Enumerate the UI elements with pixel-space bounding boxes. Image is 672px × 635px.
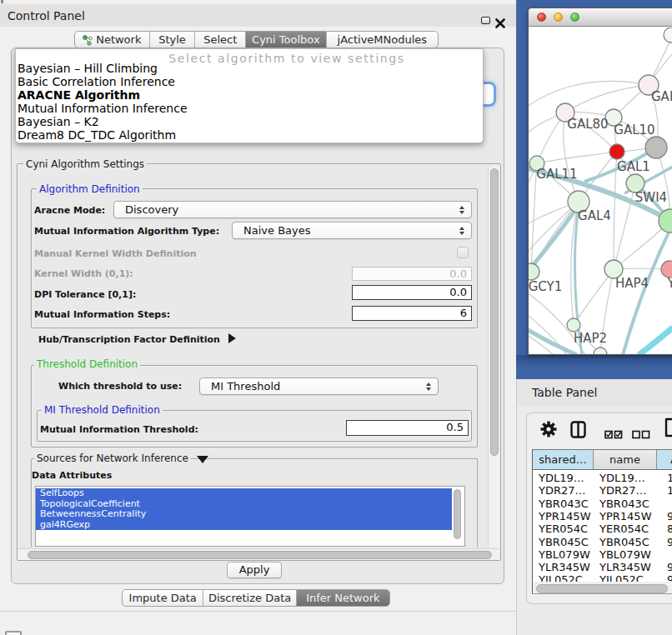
- minimized-panel-button[interactable]: [5, 631, 22, 635]
- table-cell: 9.: [667, 510, 672, 522]
- aracne-mode-select[interactable]: Discovery: [113, 201, 472, 218]
- mi-algorithm-type-select[interactable]: Naive Bayes: [232, 222, 472, 239]
- node-y-pink[interactable]: [661, 261, 672, 278]
- table-cell: YLR345W: [599, 561, 651, 573]
- network-edge[interactable]: [537, 152, 617, 163]
- attribute-item-selected[interactable]: BetweennessCentrality: [36, 509, 452, 520]
- bottom-tab-discretize-data[interactable]: Discretize Data: [203, 590, 296, 606]
- table-cell: 9.: [667, 561, 672, 573]
- network-canvas[interactable]: GALGAL80GAL10GAL1GAL11SWI4GAL4GCY1HAP4YH…: [529, 28, 672, 355]
- node-label-y: Y: [666, 276, 672, 291]
- node-gal1-red[interactable]: [609, 144, 624, 159]
- network-graph: GALGAL80GAL10GAL1GAL11SWI4GAL4GCY1HAP4YH…: [529, 28, 672, 355]
- table-hscroll-track[interactable]: [533, 582, 672, 594]
- algorithm-option-1[interactable]: Bayesian – Hill Climbing: [18, 62, 158, 75]
- column-header-a[interactable]: A: [657, 450, 672, 470]
- document-icon[interactable]: [664, 417, 672, 442]
- data-attributes-list[interactable]: SelfLoopsTopologicalCoefficientBetweenne…: [35, 486, 465, 547]
- column-header-shared-[interactable]: shared…: [533, 450, 594, 470]
- list-vertical-scrollbar[interactable]: [454, 489, 461, 539]
- unchecked-columns-icon[interactable]: [632, 427, 650, 442]
- arrow-down-icon: [426, 388, 431, 391]
- table-cell: YDR27…: [599, 484, 647, 497]
- collapse-arrow-icon[interactable]: [197, 456, 208, 463]
- column-header-name[interactable]: name: [594, 450, 657, 470]
- mi-steps-field[interactable]: 6: [352, 306, 472, 321]
- tab-style[interactable]: Style: [150, 32, 196, 48]
- apply-button[interactable]: Apply: [227, 562, 282, 578]
- algorithm-option-6[interactable]: Dream8 DC_TDC Algorithm: [18, 128, 176, 142]
- which-threshold-label: Which threshold to use:: [58, 381, 182, 392]
- node-hap2[interactable]: [567, 318, 580, 332]
- settings-hscroll-track[interactable]: [18, 548, 499, 560]
- arrow-up-icon: [459, 227, 464, 230]
- node-top-right[interactable]: [664, 28, 672, 42]
- algorithm-option-2[interactable]: Basic Correlation Inference: [18, 75, 175, 88]
- node-gal10-gray[interactable]: [645, 137, 667, 158]
- table-toolbar: [527, 413, 672, 449]
- bottom-tab-infer-network[interactable]: Infer Network: [297, 590, 389, 606]
- close-icon[interactable]: [495, 16, 505, 32]
- close-traffic-light-icon[interactable]: [537, 12, 546, 22]
- table-cell: 9.: [667, 536, 672, 548]
- table-hscroll-thumb[interactable]: [536, 584, 668, 593]
- settings-hscroll-thumb[interactable]: [28, 551, 492, 559]
- node-label-gal11: GAL11: [536, 167, 577, 182]
- tab-jactivemnodules[interactable]: jActiveMNodules: [327, 32, 438, 48]
- network-window-titlebar[interactable]: [529, 8, 672, 27]
- panel-bottom-border: [0, 611, 516, 612]
- expand-arrow-icon[interactable]: [228, 333, 236, 343]
- arrow-down-icon: [459, 232, 464, 235]
- table-row-5[interactable]: YER054CYER054C8.: [533, 522, 672, 535]
- table-row-2[interactable]: YDR27…YDR27…12: [533, 484, 672, 497]
- network-edge[interactable]: [574, 269, 614, 325]
- table-row-3[interactable]: YBR043CYBR043C: [533, 498, 672, 510]
- attribute-item-selected[interactable]: SelfLoops: [36, 488, 452, 499]
- gear-icon[interactable]: [539, 420, 558, 442]
- algorithm-option-4[interactable]: Mutual Information Inference: [18, 102, 188, 115]
- combo-arrows-icon: [459, 202, 464, 218]
- table-cell: YER054C: [539, 522, 588, 535]
- network-edge[interactable]: [639, 328, 672, 355]
- table-row-1[interactable]: YDL19…YDL19…13: [533, 472, 672, 484]
- table-cell: YDR27…: [539, 484, 586, 497]
- settings-vscroll-track[interactable]: [488, 166, 499, 548]
- node-table[interactable]: shared…nameA YDL19…YDL19…13YDR27…YDR27…1…: [532, 449, 672, 594]
- manual-kernel-width-checkbox[interactable]: [457, 247, 469, 258]
- control-panel-tabs: NetworkStyleSelectCyni ToolboxjActiveMNo…: [74, 31, 439, 48]
- table-row-7[interactable]: YBL079WYBL079W: [533, 548, 672, 561]
- desktop-bottom-shade: [516, 355, 672, 379]
- tab-cyni-toolbox[interactable]: Cyni Toolbox: [246, 32, 327, 48]
- algorithm-option-3[interactable]: ARACNE Algorithm: [18, 88, 140, 102]
- node-gcy1[interactable]: [529, 263, 539, 280]
- split-pane-icon[interactable]: [570, 421, 587, 442]
- algorithm-dropdown: Select algorithm to view settings Bayesi…: [15, 48, 484, 143]
- arrow-down-icon: [459, 211, 464, 214]
- zoom-traffic-light-icon[interactable]: [570, 12, 579, 22]
- network-edge[interactable]: [565, 85, 649, 112]
- kernel-width-field[interactable]: 0.0: [352, 267, 472, 281]
- minimize-traffic-light-icon[interactable]: [554, 12, 563, 22]
- tab-label: Style: [158, 33, 186, 46]
- bottom-tab-impute-data[interactable]: Impute Data: [123, 590, 203, 606]
- checked-columns-icon[interactable]: [604, 427, 623, 442]
- table-cell: YBR045C: [599, 536, 649, 548]
- tab-network[interactable]: Network: [75, 32, 150, 48]
- table-row-6[interactable]: YBR045CYBR045C9.: [533, 536, 672, 548]
- which-threshold-select[interactable]: MI Threshold: [199, 378, 439, 395]
- table-cell: YBR043C: [539, 498, 589, 510]
- table-cell: 13: [667, 472, 672, 484]
- algorithm-option-5[interactable]: Bayesian – K2: [18, 115, 99, 128]
- tab-label: jActiveMNodules: [338, 33, 428, 46]
- settings-vscroll-thumb[interactable]: [490, 168, 499, 456]
- dpi-tolerance-label: DPI Tolerance [0,1]:: [34, 289, 136, 300]
- float-window-icon[interactable]: [481, 17, 490, 24]
- attribute-item-selected[interactable]: gal4RGexp: [36, 520, 452, 531]
- dpi-tolerance-field[interactable]: 0.0: [352, 285, 472, 300]
- node-bottom[interactable]: [594, 348, 607, 355]
- tab-select[interactable]: Select: [195, 32, 246, 48]
- mi-threshold-field[interactable]: 0.5: [346, 420, 469, 436]
- table-row-4[interactable]: YPR145WYPR145W9.: [533, 510, 672, 522]
- network-edge[interactable]: [529, 81, 649, 115]
- table-row-8[interactable]: YLR345WYLR345W9.: [533, 561, 672, 573]
